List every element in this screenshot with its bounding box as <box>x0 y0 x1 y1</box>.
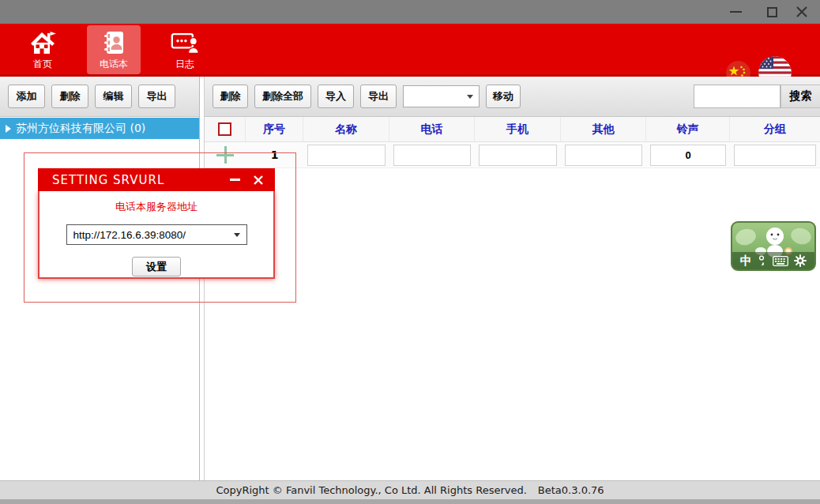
keyboard-icon[interactable] <box>773 256 788 266</box>
close-icon <box>796 6 808 18</box>
column-header-phone[interactable]: 电话 <box>389 117 475 141</box>
dialog-title: SETTING SRVURL <box>52 173 164 187</box>
nav-tab-home[interactable]: 首页 <box>16 25 70 74</box>
punctuation-icon[interactable] <box>758 255 767 266</box>
row-name-cell <box>303 142 389 167</box>
server-url-dropdown[interactable] <box>66 224 247 245</box>
column-header-other[interactable]: 其他 <box>561 117 646 141</box>
row-ring-cell <box>646 142 730 167</box>
group-add-button[interactable]: 添加 <box>8 85 45 108</box>
set-button[interactable]: 设置 <box>132 257 181 276</box>
search-input[interactable] <box>694 85 781 108</box>
name-field[interactable] <box>307 145 386 166</box>
contacts-toolbar: 删除 删除全部 导入 导出 移动 搜索 <box>205 77 820 117</box>
window-titlebar <box>0 0 820 24</box>
column-header-mobile[interactable]: 手机 <box>475 117 561 141</box>
ime-widget[interactable]: 中 <box>731 221 816 271</box>
contact-export-button[interactable]: 导出 <box>360 85 397 108</box>
server-url-input[interactable] <box>67 225 228 244</box>
group-field[interactable] <box>734 145 816 166</box>
nav-tab-phonebook-label: 电话本 <box>100 58 128 71</box>
status-bar: CopyRight © Fanvil Technology., Co Ltd. … <box>0 480 820 499</box>
nav-tab-phonebook[interactable]: 电话本 <box>87 25 141 74</box>
window-bottom-edge <box>0 499 820 504</box>
minimize-icon <box>730 11 742 13</box>
contact-import-button[interactable]: 导入 <box>318 85 354 108</box>
setting-srvurl-dialog: SETTING SRVURL 电话本服务器地址 设置 <box>38 168 275 279</box>
other-field[interactable] <box>565 145 642 166</box>
mobile-field[interactable] <box>479 145 557 166</box>
tree-item-company[interactable]: 苏州方位科技有限公司 (0) <box>0 118 199 139</box>
group-toolbar: 添加 删除 编辑 导出 <box>0 77 199 117</box>
maximize-icon <box>767 7 777 17</box>
row-mobile-cell <box>475 142 561 167</box>
ring-field[interactable] <box>650 145 726 166</box>
select-all-checkbox[interactable] <box>218 122 231 136</box>
group-export-button[interactable]: 导出 <box>138 85 175 108</box>
dialog-close-button[interactable] <box>246 168 270 191</box>
tree-item-label: 苏州方位科技有限公司 (0) <box>16 122 145 136</box>
ime-language-toggle[interactable]: 中 <box>740 255 752 267</box>
contact-delete-button[interactable]: 删除 <box>213 85 248 108</box>
search-button[interactable]: 搜索 <box>781 85 820 108</box>
column-header-ring[interactable]: 铃声 <box>646 117 730 141</box>
row-phone-cell <box>389 142 475 167</box>
dropdown-arrow-icon <box>467 95 473 99</box>
dialog-titlebar[interactable]: SETTING SRVURL <box>38 168 275 191</box>
column-header-group[interactable]: 分组 <box>730 117 820 141</box>
select-all-cell <box>205 117 246 141</box>
navbar: 首页 电话本 日志 <box>0 24 820 77</box>
server-address-label: 电话本服务器地址 <box>39 200 273 214</box>
version-text: Beta0.3.0.76 <box>538 484 604 496</box>
dialog-body: 电话本服务器地址 设置 <box>38 191 275 279</box>
column-header-name[interactable]: 名称 <box>303 117 389 141</box>
contact-delete-all-button[interactable]: 删除全部 <box>254 85 311 108</box>
dropdown-arrow-icon <box>234 233 240 237</box>
row-group-cell <box>730 142 820 167</box>
nav-tab-home-label: 首页 <box>33 58 52 71</box>
column-header-seq[interactable]: 序号 <box>246 117 303 141</box>
minimize-icon <box>230 179 240 181</box>
group-select-dropdown[interactable] <box>403 85 480 107</box>
window-minimize-button[interactable] <box>717 0 754 24</box>
gear-icon[interactable] <box>794 254 807 267</box>
table-header: 序号 名称 电话 手机 其他 铃声 分组 <box>205 117 820 142</box>
contact-move-button[interactable]: 移动 <box>486 85 521 108</box>
ime-toolbar: 中 <box>732 252 814 269</box>
contacts-panel: 删除 删除全部 导入 导出 移动 搜索 序号 名称 电话 手机 其他 铃声 分组… <box>204 77 820 480</box>
nav-tab-logs[interactable]: 日志 <box>158 25 212 74</box>
copyright-text: CopyRight © Fanvil Technology., Co Ltd. … <box>216 484 526 496</box>
dialog-minimize-button[interactable] <box>223 168 246 191</box>
phone-field[interactable] <box>393 145 471 166</box>
tree-expand-icon[interactable] <box>6 125 11 133</box>
nav-tab-logs-label: 日志 <box>175 58 194 71</box>
close-icon <box>253 175 264 186</box>
home-icon <box>28 30 57 55</box>
phonebook-icon <box>100 30 128 55</box>
group-edit-button[interactable]: 编辑 <box>95 85 132 108</box>
row-other-cell <box>561 142 646 167</box>
group-delete-button[interactable]: 删除 <box>51 85 88 108</box>
window-close-button[interactable] <box>784 0 820 24</box>
logs-icon <box>171 30 199 55</box>
table-row: 1 <box>205 142 820 168</box>
